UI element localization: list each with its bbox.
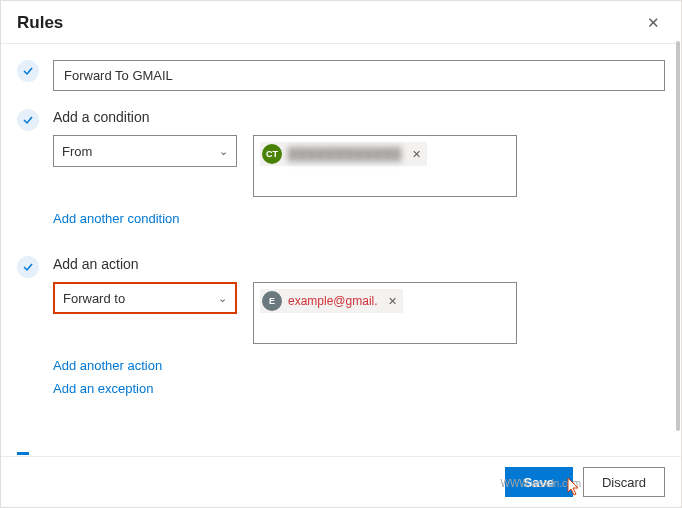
action-heading: Add an action [53, 256, 665, 272]
dropdown-value: From [62, 144, 92, 159]
action-type-dropdown[interactable]: Forward to ⌄ [53, 282, 237, 314]
step-complete-icon [17, 60, 39, 82]
avatar: E [262, 291, 282, 311]
chevron-down-icon: ⌄ [219, 145, 228, 158]
remove-pill-icon[interactable]: ✕ [388, 295, 397, 308]
discard-button[interactable]: Discard [583, 467, 665, 497]
dialog-header: Rules ✕ [1, 1, 681, 44]
contact-pill: CT ████████████ ✕ [260, 142, 427, 166]
contact-pill: E example@gmail. ✕ [260, 289, 403, 313]
avatar: CT [262, 144, 282, 164]
action-row: Add an action Forward to ⌄ E example@gma… [17, 256, 665, 344]
step-complete-icon [17, 256, 39, 278]
save-button[interactable]: Save [505, 467, 573, 497]
chevron-down-icon: ⌄ [218, 292, 227, 305]
add-condition-link[interactable]: Add another condition [53, 211, 665, 226]
rule-name-input[interactable] [53, 60, 665, 91]
step-complete-icon [17, 109, 39, 131]
dialog-content: Add a condition From ⌄ CT ████████████ ✕ [1, 44, 681, 444]
accent-bar [17, 452, 29, 455]
condition-row: Add a condition From ⌄ CT ████████████ ✕ [17, 109, 665, 197]
dialog-title: Rules [17, 13, 63, 33]
dropdown-value: Forward to [63, 291, 125, 306]
condition-type-dropdown[interactable]: From ⌄ [53, 135, 237, 167]
remove-pill-icon[interactable]: ✕ [412, 148, 421, 161]
action-value-input[interactable]: E example@gmail. ✕ [253, 282, 517, 344]
condition-section: Add a condition From ⌄ CT ████████████ ✕ [17, 109, 665, 226]
condition-value-input[interactable]: CT ████████████ ✕ [253, 135, 517, 197]
close-button[interactable]: ✕ [641, 11, 665, 35]
dialog-footer: Save Discard [1, 456, 681, 507]
action-section: Add an action Forward to ⌄ E example@gma… [17, 256, 665, 396]
contact-name: ████████████ [288, 147, 402, 161]
rule-name-row [17, 60, 665, 91]
contact-email: example@gmail. [288, 294, 378, 308]
close-icon: ✕ [647, 14, 660, 32]
condition-heading: Add a condition [53, 109, 665, 125]
add-exception-link[interactable]: Add an exception [53, 381, 665, 396]
add-action-link[interactable]: Add another action [53, 358, 665, 373]
